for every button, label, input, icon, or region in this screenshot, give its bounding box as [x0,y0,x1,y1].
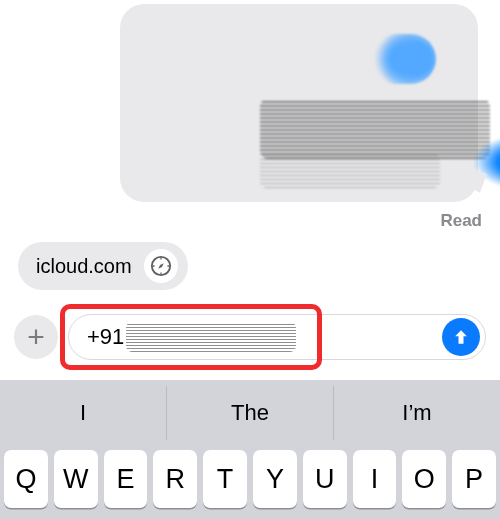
link-preview-pill[interactable]: icloud.com [18,242,188,290]
link-domain-label: icloud.com [36,255,132,278]
message-field-wrap [68,314,486,360]
safari-compass-icon [144,249,178,283]
key-r[interactable]: R [153,450,197,508]
key-row: Q W E R T Y U I O P [0,440,500,508]
message-input[interactable] [68,314,486,360]
key-q[interactable]: Q [4,450,48,508]
received-message-bubble[interactable] [120,4,478,202]
redacted-content [260,99,490,159]
key-o[interactable]: O [402,450,446,508]
key-t[interactable]: T [203,450,247,508]
read-receipt: Read [440,211,482,231]
key-u[interactable]: U [303,450,347,508]
key-y[interactable]: Y [253,450,297,508]
suggestion[interactable]: The [166,386,333,440]
suggestion-bar: I The I’m [0,386,500,440]
arrow-up-icon [451,327,471,347]
redacted-content [260,154,440,188]
redacted-content [370,34,436,84]
key-e[interactable]: E [104,450,148,508]
key-i[interactable]: I [353,450,397,508]
keyboard: I The I’m Q W E R T Y U I O P [0,380,500,519]
key-p[interactable]: P [452,450,496,508]
suggestion[interactable]: I’m [333,386,500,440]
add-attachment-button[interactable]: + [14,315,58,359]
key-w[interactable]: W [54,450,98,508]
send-button[interactable] [442,318,480,356]
suggestion[interactable]: I [0,386,166,440]
composer-row: + [0,304,500,370]
